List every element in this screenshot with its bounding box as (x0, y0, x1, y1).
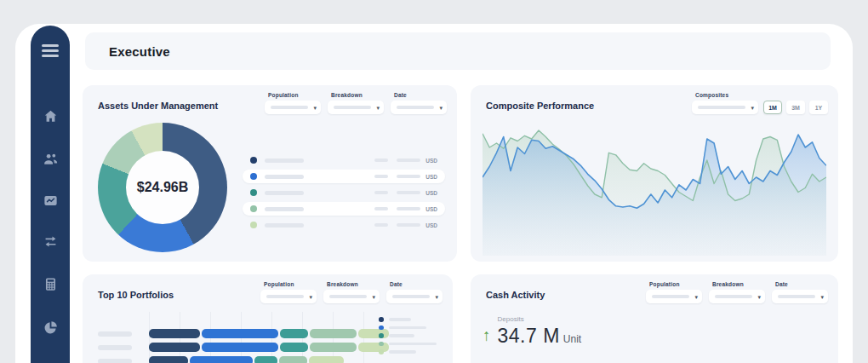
filter-select[interactable]: ▾ (709, 290, 765, 303)
range-button-1m[interactable]: 1M (763, 101, 782, 114)
select-placeholder (778, 295, 815, 298)
select-placeholder (266, 295, 304, 298)
performance-icon[interactable] (42, 192, 59, 209)
currency-label: USD (425, 190, 437, 196)
aum-legend-row[interactable]: USD (243, 170, 445, 183)
legend-dot (379, 349, 384, 354)
select-placeholder (271, 106, 308, 109)
currency-label: USD (425, 158, 437, 164)
filter-population: Population▾ (646, 281, 702, 303)
row-label-placeholder (98, 359, 132, 363)
chevron-down-icon: ▾ (376, 105, 380, 111)
value-placeholder (397, 158, 420, 162)
aum-legend: USDUSDUSDUSDUSD (243, 153, 445, 234)
aum-legend-row[interactable]: USD (243, 202, 445, 216)
select-placeholder (329, 295, 367, 298)
legend-dot (250, 205, 257, 212)
value-placeholder (397, 207, 420, 210)
aum-legend-row[interactable]: USD (243, 153, 445, 167)
value-placeholder (374, 191, 388, 194)
value-placeholder (397, 175, 420, 178)
select-placeholder (397, 106, 434, 109)
filter-label: Population (264, 281, 317, 287)
legend-dot (250, 189, 257, 196)
legend-label-placeholder (265, 191, 304, 195)
filter-label: Date (394, 92, 447, 98)
legend-label-placeholder (389, 343, 437, 346)
legend-label-placeholder (265, 158, 304, 163)
composite-controls: Composites ▾ 1M3M1Y (692, 92, 828, 114)
clients-icon[interactable] (42, 150, 59, 167)
chevron-down-icon: ▾ (309, 294, 312, 300)
select-placeholder (392, 295, 430, 298)
menu-icon[interactable] (42, 44, 59, 60)
filter-select[interactable]: ▾ (646, 290, 702, 303)
sidebar (31, 26, 70, 363)
filter-select[interactable]: ▾ (386, 290, 443, 303)
card-top-10-portfolios: Top 10 Portfolios Population▾Breakdown▾D… (83, 274, 453, 363)
filter-population: Population▾ (265, 92, 321, 114)
row-label-placeholder (98, 331, 132, 337)
legend-dot (250, 157, 257, 164)
composite-line-chart[interactable] (483, 119, 826, 256)
filter-select[interactable]: ▾ (323, 290, 380, 303)
home-icon[interactable] (42, 107, 59, 124)
legend-item (379, 342, 437, 347)
chevron-down-icon: ▾ (435, 294, 438, 300)
range-button-1y[interactable]: 1Y (809, 101, 828, 114)
bar-segment (310, 343, 357, 352)
filter-select[interactable]: ▾ (772, 290, 828, 303)
filter-population: Population▾ (260, 281, 317, 303)
header-bar: Executive (85, 32, 831, 70)
bar-segment (149, 343, 200, 352)
bar-segment (190, 356, 253, 363)
chevron-down-icon: ▾ (820, 294, 824, 300)
bar-segment (202, 329, 278, 338)
filter-select[interactable]: ▾ (260, 290, 317, 303)
currency-label: USD (425, 206, 437, 212)
legend-item (379, 349, 437, 354)
value-placeholder (374, 158, 388, 162)
legend-dot (379, 326, 384, 331)
legend-label-placeholder (265, 175, 304, 179)
metric-value: 34.7 M (498, 325, 560, 347)
bar-segment (279, 356, 307, 363)
bar-segment (310, 329, 357, 338)
range-button-3m[interactable]: 3M (786, 101, 805, 114)
select-placeholder (652, 295, 689, 298)
card-title: Top 10 Portfolios (98, 290, 174, 300)
filter-label: Date (390, 281, 443, 287)
chevron-down-icon: ▾ (372, 294, 375, 300)
filter-select[interactable]: ▾ (328, 101, 384, 114)
chevron-down-icon: ▾ (439, 105, 443, 111)
aum-total-value: $24.96B (98, 123, 227, 252)
allocation-icon[interactable] (42, 319, 59, 336)
calculator-icon[interactable] (42, 275, 59, 292)
composites-label: Composites (695, 92, 758, 98)
aum-legend-row[interactable]: USD (243, 218, 445, 232)
transactions-icon[interactable] (42, 233, 59, 250)
filter-select[interactable]: ▾ (265, 101, 321, 114)
filter-group: Population▾Breakdown▾Date▾ (265, 92, 447, 114)
filter-date: Date▾ (391, 92, 447, 114)
filter-select[interactable]: ▾ (391, 101, 447, 114)
legend-label-placeholder (389, 350, 416, 354)
arrow-up-icon: ↑ (483, 327, 491, 348)
filter-breakdown: Breakdown▾ (323, 281, 380, 303)
aum-legend-row[interactable]: USD (243, 186, 445, 199)
filter-group: Population▾Breakdown▾Date▾ (646, 281, 828, 303)
composites-select[interactable]: ▾ (692, 101, 758, 114)
legend-dot (250, 222, 257, 228)
card-title: Composite Performance (486, 101, 594, 111)
legend-item (379, 317, 437, 322)
deposits-metric: ↑ Deposits 34.7 MUnit (483, 315, 581, 348)
card-title: Cash Activity (486, 290, 545, 300)
bar-segment (149, 329, 200, 338)
currency-label: USD (425, 222, 437, 228)
value-placeholder (374, 223, 388, 227)
filter-label: Date (775, 281, 828, 287)
select-placeholder (698, 106, 745, 109)
bar-segment (254, 356, 277, 363)
filter-group: Population▾Breakdown▾Date▾ (260, 281, 443, 303)
value-placeholder (374, 175, 388, 178)
